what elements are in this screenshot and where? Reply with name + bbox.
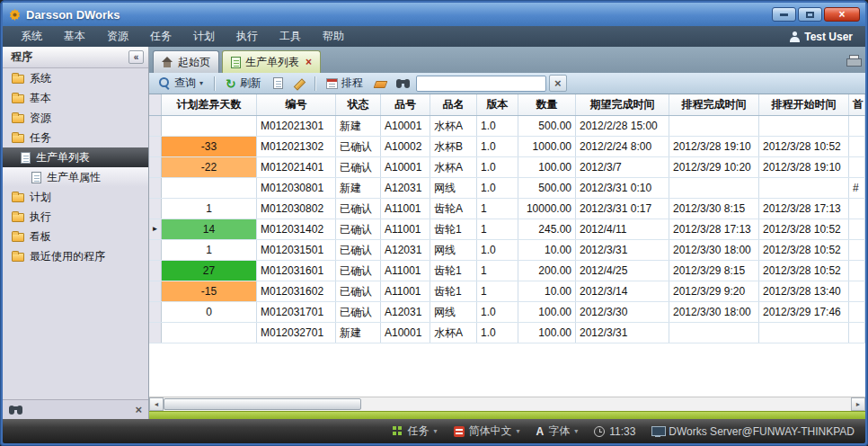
row-selector xyxy=(149,240,162,260)
new-document-button[interactable] xyxy=(270,75,287,93)
scroll-left-button[interactable]: ◄ xyxy=(149,397,164,411)
eraser-icon xyxy=(373,81,387,88)
grid-cell: 2012/3/28 19:10 xyxy=(669,137,759,156)
grid-cell: 齿轮1 xyxy=(430,261,477,281)
refresh-icon: ↻ xyxy=(226,77,236,90)
find-button[interactable] xyxy=(393,75,413,93)
collapse-sidebar-button[interactable]: « xyxy=(128,50,144,64)
grid-cell: 2012/3/29 8:15 xyxy=(669,261,759,281)
grid-cell: 245.00 xyxy=(518,219,576,239)
sidebar-item-5[interactable]: 生产单列表 xyxy=(3,147,148,167)
minimize-button[interactable] xyxy=(772,7,796,22)
status-item-1[interactable]: 任务▾ xyxy=(393,424,437,439)
search-input[interactable] xyxy=(416,76,546,92)
sidebar-item-8[interactable]: 执行 xyxy=(3,207,148,227)
grid-row-6[interactable]: ►14M012031402已确认A11001齿轮11245.002012/4/1… xyxy=(149,219,865,240)
close-button[interactable]: × xyxy=(824,7,860,22)
menu-item-4[interactable]: 任务 xyxy=(139,26,182,47)
grid-cell: 2012/3/30 xyxy=(576,302,669,322)
column-header[interactable]: 状态 xyxy=(336,94,381,115)
menu-item-1[interactable]: 系统 xyxy=(10,26,53,47)
user-indicator[interactable]: Test User xyxy=(790,31,858,43)
sidebar-item-6[interactable]: 生产单属性 xyxy=(3,167,148,187)
menu-item-3[interactable]: 资源 xyxy=(96,26,139,47)
grid-row-11[interactable]: M012032701新建A10001水杯A1.0100.002012/3/31 xyxy=(149,323,865,343)
grid-row-7[interactable]: 1M012031501已确认A12031网线1.010.002012/3/312… xyxy=(149,240,865,261)
sidebar-find-panel[interactable]: × xyxy=(3,399,148,419)
grid-cell: 已确认 xyxy=(336,240,381,260)
grid-cell: 100.00 xyxy=(518,323,576,343)
clear-schedule-button[interactable] xyxy=(371,75,390,93)
grid-row-4[interactable]: M012030801新建A12031网线1.0500.002012/3/31 0… xyxy=(149,178,865,199)
sidebar-item-3[interactable]: 资源 xyxy=(3,108,148,128)
grid-cell xyxy=(849,157,865,177)
menu-item-6[interactable]: 执行 xyxy=(226,26,269,47)
menu-item-8[interactable]: 帮助 xyxy=(312,26,355,47)
scrollbar-track[interactable] xyxy=(361,397,851,411)
column-header[interactable]: 计划差异天数 xyxy=(162,94,257,115)
grid-cell: 2012/3/28 10:52 xyxy=(759,261,849,281)
menu-item-7[interactable]: 工具 xyxy=(269,26,312,47)
column-header[interactable]: 首 xyxy=(849,94,865,115)
close-find-icon[interactable]: × xyxy=(135,404,142,415)
refresh-button[interactable]: ↻ 刷新 xyxy=(220,75,267,93)
grid-row-10[interactable]: 0M012031701已确认A12031网线1.0100.002012/3/30… xyxy=(149,302,865,323)
column-header[interactable]: 编号 xyxy=(257,94,336,115)
column-header[interactable]: 排程开始时间 xyxy=(759,94,849,115)
grid-row-9[interactable]: -15M012031602已确认A11001齿轮1110.002012/3/14… xyxy=(149,281,865,302)
menu-item-5[interactable]: 计划 xyxy=(182,26,226,47)
tab-close-icon[interactable]: × xyxy=(306,57,312,67)
clear-search-button[interactable]: × xyxy=(549,75,567,92)
status-item-3[interactable]: A字体▾ xyxy=(536,424,579,439)
grid-cell: M012021302 xyxy=(257,137,336,156)
grid-cell: 1.0 xyxy=(477,178,518,198)
edit-button[interactable] xyxy=(289,75,309,93)
column-header[interactable]: 品号 xyxy=(381,94,430,115)
grid-cell: 齿轮A xyxy=(430,199,477,219)
column-header[interactable]: 期望完成时间 xyxy=(576,94,669,115)
folder-icon xyxy=(12,134,24,143)
grid-row-1[interactable]: M012021301新建A10001水杯A1.0500.002012/2/28 … xyxy=(149,116,865,137)
status-strip xyxy=(149,411,865,419)
grid-row-2[interactable]: -33M012021302已确认A10002水杯B1.01000.002012/… xyxy=(149,137,865,157)
tab-2[interactable]: 生产单列表× xyxy=(222,50,321,73)
column-header[interactable]: 数量 xyxy=(518,94,576,115)
scrollbar-thumb[interactable] xyxy=(164,398,361,410)
grid-cell: 2012/4/25 xyxy=(576,261,669,281)
query-button[interactable]: 查询 ▾ xyxy=(154,75,208,93)
schedule-button[interactable]: 排程 xyxy=(321,75,368,93)
sidebar-item-4[interactable]: 任务 xyxy=(3,128,148,147)
grid-row-5[interactable]: 1M012030802已确认A11001齿轮A110000.002012/3/3… xyxy=(149,199,865,219)
sidebar-item-label: 看板 xyxy=(30,229,51,245)
grid-cell: 2012/3/7 xyxy=(576,157,669,177)
grid-cell: A12031 xyxy=(381,302,430,322)
doc-icon xyxy=(21,152,31,164)
tab-1[interactable]: 起始页 xyxy=(153,50,219,73)
column-header[interactable]: 品名 xyxy=(430,94,477,115)
grid-cell xyxy=(849,323,865,343)
grid-cell xyxy=(759,116,849,136)
grid-cell: A12031 xyxy=(381,178,430,198)
sidebar-item-7[interactable]: 计划 xyxy=(3,187,148,207)
print-button[interactable] xyxy=(846,55,860,68)
window-controls: × xyxy=(772,7,860,22)
grid-cell: A10001 xyxy=(381,116,430,136)
column-header[interactable]: 排程完成时间 xyxy=(669,94,759,115)
sidebar-item-9[interactable]: 看板 xyxy=(3,227,148,246)
menu-item-2[interactable]: 基本 xyxy=(53,26,96,47)
grid-row-8[interactable]: 27M012031601已确认A11001齿轮11200.002012/4/25… xyxy=(149,261,865,281)
grid-cell: 新建 xyxy=(336,323,381,343)
sidebar-item-label: 生产单列表 xyxy=(36,150,90,165)
sidebar-item-10[interactable]: 最近使用的程序 xyxy=(3,246,148,266)
sidebar-item-1[interactable]: 系统 xyxy=(3,68,148,88)
sidebar-item-2[interactable]: 基本 xyxy=(3,88,148,108)
horizontal-scrollbar[interactable]: ◄ ► xyxy=(149,397,865,411)
maximize-button[interactable] xyxy=(798,7,822,22)
column-header[interactable]: 版本 xyxy=(477,94,518,115)
grid-cell: M012031601 xyxy=(257,261,336,281)
grid-cell: 水杯A xyxy=(430,323,477,343)
status-item-2[interactable]: 简体中文▾ xyxy=(454,424,520,439)
grid-cell: 1.0 xyxy=(477,157,518,177)
grid-row-3[interactable]: -22M012021401已确认A10001水杯A1.0100.002012/3… xyxy=(149,157,865,178)
scroll-right-button[interactable]: ► xyxy=(851,397,865,411)
